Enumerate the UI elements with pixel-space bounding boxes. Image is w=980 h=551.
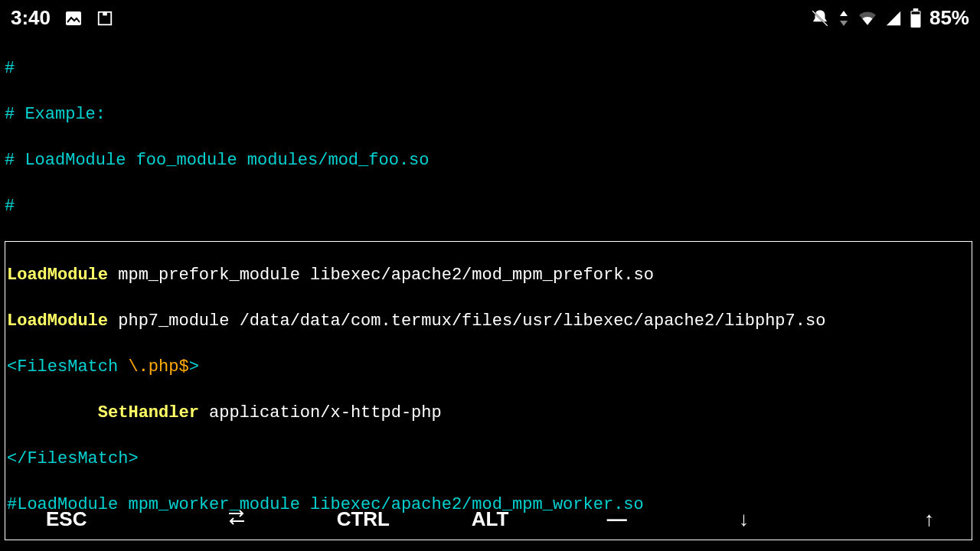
code-tag: > [189, 357, 199, 377]
tab-key[interactable] [173, 507, 300, 531]
dash-key[interactable]: — [554, 507, 681, 531]
svg-rect-0 [67, 12, 80, 24]
up-key[interactable]: ↑ [807, 507, 965, 531]
code-text: mpm_prefork_module libexec/apache2/mod_m… [108, 266, 654, 285]
esc-key[interactable]: ESC [15, 507, 173, 531]
down-key[interactable]: ↓ [681, 507, 808, 531]
code-keyword: SetHandler [7, 403, 199, 422]
code-tag: <FilesMatch [7, 357, 128, 377]
image-icon [64, 9, 83, 28]
code-line: # [5, 197, 15, 216]
code-keyword: LoadModule [7, 266, 108, 285]
code-line: # [5, 59, 15, 78]
battery-icon [910, 8, 922, 28]
code-line: # Example: [5, 105, 106, 124]
android-status-bar: 3:40 [0, 0, 980, 34]
svg-marker-5 [840, 11, 848, 16]
wifi-icon [858, 10, 877, 27]
status-time: 3:40 [11, 6, 51, 30]
code-text: application/x-httpd-php [199, 403, 442, 422]
notifications-off-icon [810, 8, 830, 28]
square-icon [96, 10, 113, 27]
editor-content[interactable]: # # Example: # LoadModule foo_module mod… [0, 34, 980, 551]
svg-rect-2 [103, 12, 106, 15]
cellular-icon [885, 10, 902, 27]
svg-marker-7 [887, 11, 900, 24]
battery-percentage: 85% [929, 6, 969, 30]
code-regex: \.php$ [128, 357, 188, 377]
code-line: # LoadModule foo_module modules/mod_foo.… [5, 151, 430, 170]
ctrl-key[interactable]: CTRL [299, 507, 426, 531]
alt-key[interactable]: ALT [426, 507, 554, 531]
code-tag: </FilesMatch> [7, 449, 139, 468]
termux-extra-keys: ESC CTRL ALT — ↓ ↑ [0, 495, 980, 551]
svg-rect-9 [913, 8, 919, 11]
data-updown-icon [838, 9, 850, 28]
svg-rect-10 [912, 11, 920, 14]
svg-marker-6 [840, 21, 848, 26]
code-keyword: LoadModule [7, 311, 108, 331]
code-text: php7_module /data/data/com.termux/files/… [108, 311, 825, 331]
